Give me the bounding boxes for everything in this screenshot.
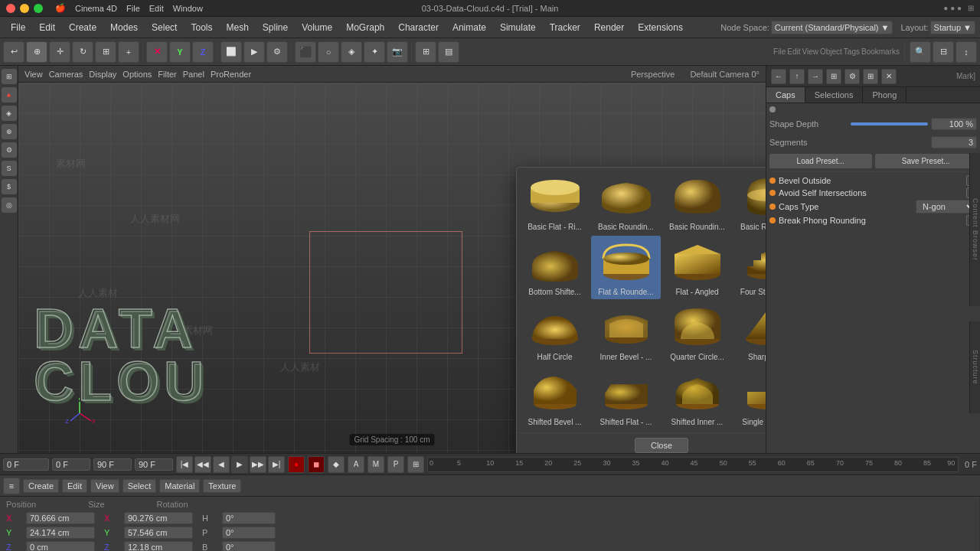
toolbar-rotate[interactable]: ↻: [72, 41, 93, 63]
start-frame-input[interactable]: [52, 458, 90, 471]
menu-extensions[interactable]: Extensions: [632, 21, 689, 34]
mac-apple[interactable]: 🍎: [55, 3, 66, 13]
caps-item-shifted-bevel[interactable]: Shifted Bevel ...: [520, 366, 590, 429]
close-button[interactable]: [6, 4, 15, 13]
caps-item-basic-flat[interactable]: Basic Flat - Ri...: [520, 171, 590, 234]
menu-simulate[interactable]: Simulate: [494, 21, 542, 34]
toolbar-move[interactable]: ⊕: [26, 41, 47, 63]
end-frame-input2[interactable]: [135, 458, 173, 471]
panel-back-btn[interactable]: ←: [771, 69, 786, 84]
save-preset-btn[interactable]: Save Preset...: [875, 154, 978, 168]
mac-app-name[interactable]: Cinema 4D: [75, 4, 117, 13]
toolbar-z[interactable]: Z: [192, 41, 214, 63]
toolbar-cube[interactable]: ⬛: [295, 41, 316, 63]
sidebar-icon-4[interactable]: ⊕: [2, 124, 17, 139]
toolbar-undo[interactable]: ↩: [3, 41, 24, 63]
menu-mograph[interactable]: MoGraph: [340, 21, 390, 34]
segments-value[interactable]: 3: [931, 136, 977, 148]
menu-tracker[interactable]: Tracker: [544, 21, 586, 34]
b-rot-input[interactable]: [222, 541, 276, 551]
viewport-menu-cameras[interactable]: Cameras: [49, 70, 83, 79]
panel-forward-btn[interactable]: →: [808, 69, 823, 84]
current-frame-input[interactable]: [3, 458, 49, 471]
menu-edit[interactable]: Edit: [33, 21, 61, 34]
viewport-menu-options[interactable]: Options: [122, 70, 152, 79]
toolbar-grid[interactable]: ⊞: [415, 41, 436, 63]
play-mode-btn[interactable]: P: [387, 456, 404, 473]
panel-home-btn[interactable]: ⊞: [826, 69, 841, 84]
goto-end-btn[interactable]: ▶|: [268, 456, 285, 473]
menu-tools[interactable]: Tools: [185, 21, 218, 34]
tab-caps[interactable]: Caps: [766, 87, 805, 103]
sidebar-icon-7[interactable]: $: [2, 179, 17, 194]
caps-item-flat-rounded[interactable]: Flat & Rounde...: [591, 236, 661, 299]
btm-texture[interactable]: Texture: [203, 479, 241, 493]
caps-type-select[interactable]: N-gon Triangle Quad: [916, 200, 977, 214]
sidebar-icon-1[interactable]: ⊞: [2, 69, 17, 84]
menu-animate[interactable]: Animate: [446, 21, 492, 34]
timeline-track[interactable]: 0 5 10 15 20 25 30 35 40 45 50 55 60 65 …: [427, 457, 959, 472]
viewport-menu-panel[interactable]: Panel: [183, 70, 204, 79]
x-pos-input[interactable]: [26, 512, 95, 524]
menu-file[interactable]: File: [5, 21, 31, 34]
close-popup-button[interactable]: Close: [635, 438, 688, 453]
viewport-menu-filter[interactable]: Filter: [158, 70, 176, 79]
caps-item-basic-round2[interactable]: Basic Roundin...: [662, 171, 732, 234]
menu-create[interactable]: Create: [63, 21, 103, 34]
menu-character[interactable]: Character: [392, 21, 445, 34]
y-size-input[interactable]: [124, 527, 193, 539]
y-pos-input[interactable]: [26, 527, 95, 539]
end-frame-input[interactable]: [93, 458, 132, 471]
h-rot-input[interactable]: [222, 512, 276, 524]
next-btn[interactable]: ▶▶: [250, 456, 266, 473]
panel-expand-btn[interactable]: ⊞: [863, 69, 878, 84]
toolbar-render-small[interactable]: ▤: [438, 41, 459, 63]
caps-item-shifted-flat[interactable]: Shifted Flat - ...: [591, 366, 661, 429]
caps-item-four-steps[interactable]: Four Steps - R...: [733, 236, 766, 299]
menu-select[interactable]: Select: [145, 21, 183, 34]
toolbar-scale[interactable]: ✛: [49, 41, 70, 63]
caps-item-flat-angled[interactable]: Flat - Angled: [662, 236, 732, 299]
viewport-menu-prorender[interactable]: ProRender: [211, 70, 251, 79]
btm-material[interactable]: Material: [159, 479, 200, 493]
play-btn[interactable]: ▶: [231, 456, 248, 473]
mac-edit[interactable]: Edit: [149, 4, 164, 13]
z-size-input[interactable]: [124, 541, 193, 551]
panel-up-btn[interactable]: ↑: [789, 69, 805, 84]
caps-item-bottom-shifted[interactable]: Bottom Shifte...: [520, 236, 590, 299]
record-btn[interactable]: ●: [288, 456, 305, 473]
toolbar-sort[interactable]: ↕: [956, 41, 977, 63]
viewport-menu-display[interactable]: Display: [89, 70, 116, 79]
caps-item-half-circle[interactable]: Half Circle: [520, 301, 590, 364]
p-rot-input[interactable]: [222, 527, 276, 539]
toolbar-filter[interactable]: ⊟: [933, 41, 954, 63]
btm-view[interactable]: View: [90, 479, 119, 493]
grid-btn[interactable]: ⊞: [407, 456, 424, 473]
toolbar-settings[interactable]: ⚙: [266, 41, 288, 63]
menu-spline[interactable]: Spline: [256, 21, 294, 34]
toolbar-play[interactable]: ▶: [243, 41, 265, 63]
toolbar-frame[interactable]: ⬜: [220, 41, 242, 63]
menu-render[interactable]: Render: [588, 21, 630, 34]
caps-item-basic-round1[interactable]: Basic Roundin...: [591, 171, 661, 234]
maximize-button[interactable]: [34, 4, 43, 13]
tab-phong[interactable]: Phong: [863, 87, 906, 103]
panel-settings-btn[interactable]: ⚙: [844, 69, 860, 84]
toolbar-add[interactable]: +: [118, 41, 139, 63]
toolbar-light[interactable]: ✦: [364, 41, 385, 63]
sidebar-icon-6[interactable]: S: [2, 161, 17, 176]
motion-btn[interactable]: M: [368, 456, 384, 473]
sidebar-icon-8[interactable]: ◎: [2, 197, 17, 213]
btm-menu-icon[interactable]: ≡: [3, 478, 20, 494]
caps-item-quarter-circle[interactable]: Quarter Circle...: [662, 301, 732, 364]
sidebar-icon-2[interactable]: 🔺: [2, 87, 17, 103]
btm-edit[interactable]: Edit: [62, 479, 87, 493]
key-btn[interactable]: ◆: [328, 456, 345, 473]
menu-volume[interactable]: Volume: [296, 21, 338, 34]
toolbar-cam[interactable]: 📷: [387, 41, 408, 63]
z-pos-input[interactable]: [26, 541, 95, 551]
menu-modes[interactable]: Modes: [104, 21, 144, 34]
toolbar-x[interactable]: ✕: [146, 41, 168, 63]
toolbar-transform[interactable]: ⊞: [95, 41, 116, 63]
viewport[interactable]: View Cameras Display Options Filter Pane…: [18, 66, 766, 453]
